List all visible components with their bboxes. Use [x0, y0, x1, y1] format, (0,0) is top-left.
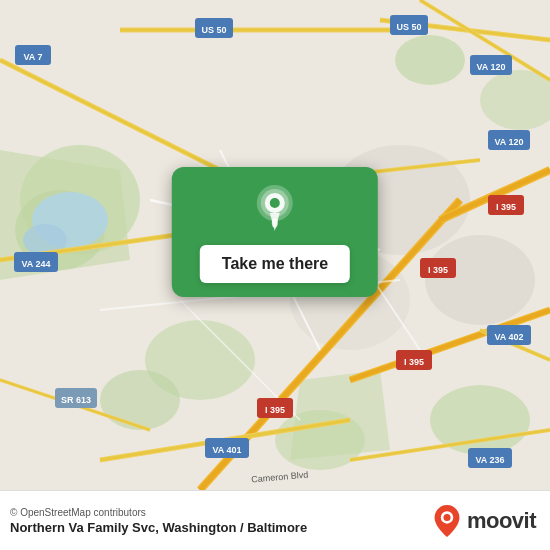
svg-text:US 50: US 50	[201, 25, 226, 35]
moovit-wordmark: moovit	[467, 508, 536, 534]
bottom-bar: © OpenStreetMap contributors Northern Va…	[0, 490, 550, 550]
copyright-text: © OpenStreetMap contributors	[10, 507, 307, 518]
take-me-there-button[interactable]: Take me there	[200, 245, 350, 283]
svg-text:US 50: US 50	[396, 22, 421, 32]
svg-text:I 395: I 395	[265, 405, 285, 415]
svg-text:VA 120: VA 120	[476, 62, 505, 72]
svg-text:I 395: I 395	[496, 202, 516, 212]
svg-text:VA 7: VA 7	[23, 52, 42, 62]
svg-point-83	[270, 198, 280, 208]
svg-text:VA 236: VA 236	[475, 455, 504, 465]
moovit-logo: moovit	[433, 505, 536, 537]
moovit-pin-icon	[433, 505, 461, 537]
location-icon-wrapper	[251, 185, 299, 233]
map-container: VA 7 US 50 US 50 VA 120 VA 120 VA 244 VA…	[0, 0, 550, 490]
svg-point-11	[395, 35, 465, 85]
svg-marker-85	[270, 213, 280, 231]
bottom-left-info: © OpenStreetMap contributors Northern Va…	[10, 507, 307, 535]
svg-point-14	[425, 235, 535, 325]
button-overlay: Take me there	[172, 167, 378, 297]
svg-text:VA 401: VA 401	[212, 445, 241, 455]
svg-text:VA 402: VA 402	[494, 332, 523, 342]
location-name: Northern Va Family Svc, Washington / Bal…	[10, 520, 307, 535]
location-pin-icon	[255, 185, 295, 233]
svg-text:SR 613: SR 613	[61, 395, 91, 405]
green-card: Take me there	[172, 167, 378, 297]
svg-text:I 395: I 395	[428, 265, 448, 275]
svg-point-7	[100, 370, 180, 430]
svg-text:VA 244: VA 244	[21, 259, 50, 269]
svg-point-87	[443, 513, 450, 520]
svg-text:VA 120: VA 120	[494, 137, 523, 147]
svg-text:I 395: I 395	[404, 357, 424, 367]
